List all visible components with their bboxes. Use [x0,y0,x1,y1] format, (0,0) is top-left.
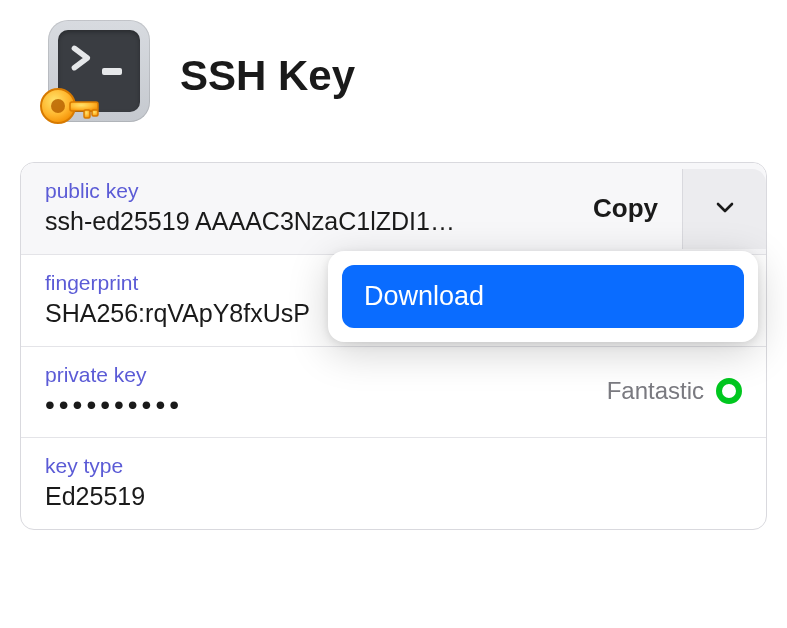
password-strength: Fantastic [607,377,742,405]
download-button[interactable]: Download [342,265,744,328]
header: SSH Key [0,0,787,162]
terminal-with-key-icon [40,20,152,132]
private-key-label: private key [45,363,607,387]
strength-ring-icon [716,378,742,404]
copy-action-group: Copy [569,169,766,249]
ssh-key-card: public key ssh-ed25519 AAAAC3NzaC1lZDI1N… [20,162,767,530]
page-title: SSH Key [180,52,355,100]
key-type-row: key type Ed25519 [21,438,766,529]
key-type-label: key type [45,454,742,478]
chevron-down-icon [713,195,737,223]
public-key-value: ssh-ed25519 AAAAC3NzaC1lZDI1N… [45,207,465,236]
public-key-row: public key ssh-ed25519 AAAAC3NzaC1lZDI1N… [21,163,766,255]
public-key-label: public key [45,179,569,203]
strength-label: Fantastic [607,377,704,405]
key-type-value: Ed25519 [45,482,465,511]
svg-rect-4 [92,110,98,116]
svg-point-1 [51,99,65,113]
copy-dropdown-panel: Download [328,251,758,342]
private-key-row: private key •••••••••• Fantastic [21,347,766,438]
copy-more-button[interactable] [682,169,766,249]
copy-button[interactable]: Copy [569,169,682,249]
svg-rect-3 [84,110,90,118]
private-key-value: •••••••••• [45,391,465,419]
